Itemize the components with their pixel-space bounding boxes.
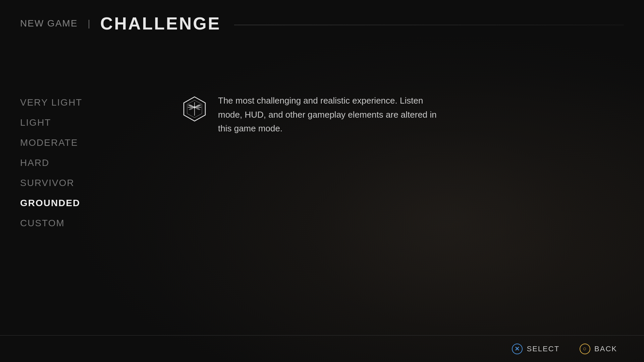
description-panel: The most challenging and realistic exper… <box>114 54 624 335</box>
difficulty-item-custom[interactable]: CUSTOM <box>20 215 114 232</box>
back-icon: ○ <box>580 344 590 354</box>
header-separator: | <box>88 18 90 29</box>
breadcrumb-new-game: NEW GAME <box>20 18 78 29</box>
difficulty-description: The most challenging and realistic exper… <box>218 94 446 136</box>
page-content: NEW GAME | CHALLENGE VERY LIGHTLIGHTMODE… <box>0 0 644 362</box>
difficulty-icon <box>181 96 208 122</box>
difficulty-item-moderate[interactable]: MODERATE <box>20 134 114 152</box>
difficulty-item-light[interactable]: LIGHT <box>20 114 114 131</box>
difficulty-item-hard[interactable]: HARD <box>20 154 114 172</box>
difficulty-item-grounded[interactable]: GROUNDED <box>20 194 114 212</box>
select-icon: ✕ <box>512 344 523 354</box>
header: NEW GAME | CHALLENGE <box>0 0 644 34</box>
page-title: CHALLENGE <box>100 13 221 34</box>
difficulty-item-very-light[interactable]: VERY LIGHT <box>20 94 114 111</box>
main-content: VERY LIGHTLIGHTMODERATEHARDSURVIVORGROUN… <box>0 34 644 335</box>
back-action[interactable]: ○ BACK <box>580 344 617 354</box>
back-label: BACK <box>594 345 617 353</box>
difficulty-list: VERY LIGHTLIGHTMODERATEHARDSURVIVORGROUN… <box>20 54 114 335</box>
select-action[interactable]: ✕ SELECT <box>512 344 559 354</box>
svg-point-4 <box>194 106 196 108</box>
header-line <box>234 25 624 25</box>
difficulty-item-survivor[interactable]: SURVIVOR <box>20 174 114 192</box>
footer: ✕ SELECT ○ BACK <box>0 335 644 362</box>
select-label: SELECT <box>527 345 559 353</box>
